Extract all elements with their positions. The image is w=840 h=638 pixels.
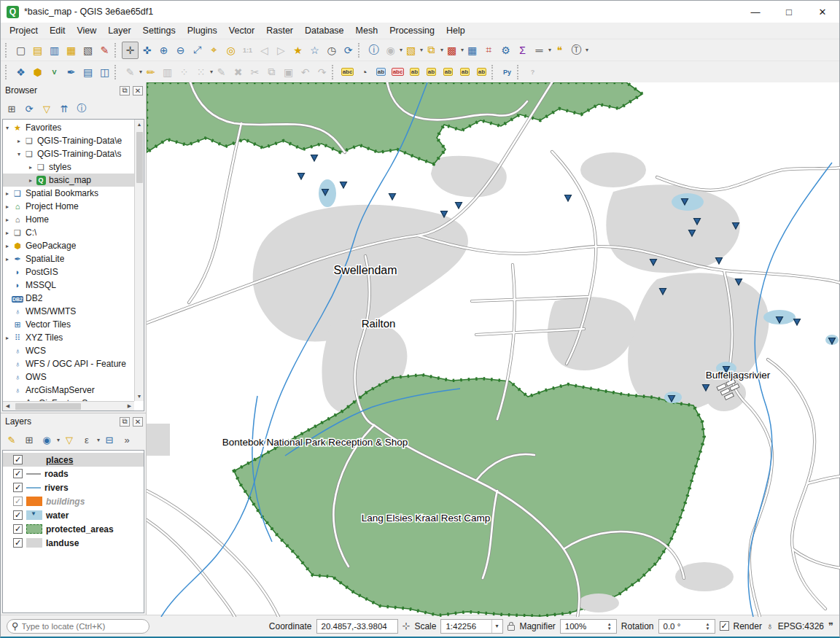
delete-selected-button[interactable]: ✖ — [230, 63, 246, 81]
layers-float-button[interactable]: ⧉ — [120, 417, 130, 427]
temporal-controller-button[interactable]: ◷ — [323, 42, 340, 59]
scroll-up-icon[interactable]: ▲ — [135, 120, 144, 129]
maximize-button[interactable]: □ — [772, 1, 806, 23]
menu-processing[interactable]: Processing — [384, 24, 440, 37]
expander-icon[interactable]: ▸ — [3, 256, 12, 262]
layer-visibility-checkbox[interactable]: ✓ — [13, 455, 23, 464]
dropdown-arrow[interactable]: ▾ — [57, 437, 60, 443]
map-tips-button[interactable]: ❝ — [551, 42, 568, 59]
select-features-button[interactable]: ▧ — [402, 42, 419, 59]
menu-view[interactable]: View — [71, 24, 102, 37]
browser-item-home[interactable]: ▸⌂Home — [3, 213, 134, 226]
new-temporary-scratch-layer-button[interactable]: ▤ — [79, 63, 96, 81]
modify-attributes-button[interactable]: ✎ — [213, 63, 230, 81]
show-spatial-bookmarks-button[interactable]: ☆ — [306, 42, 323, 59]
new-shapefile-layer-button[interactable]: V — [46, 63, 63, 81]
python-console-button[interactable]: Py — [499, 63, 516, 81]
zoom-out-button[interactable]: ⊖ — [172, 42, 189, 59]
zoom-full-button[interactable]: ⤢ — [189, 42, 206, 59]
run-feature-action-button[interactable]: ◉ — [382, 42, 399, 59]
dropdown-arrow[interactable]: ▾ — [586, 47, 588, 53]
layer-row-landuse[interactable]: ✓landuse — [3, 536, 144, 550]
save-layer-edits-button[interactable]: ▥ — [159, 63, 176, 81]
toolbar-grip[interactable] — [358, 43, 362, 58]
browser-item-postgis[interactable]: ◗PostGIS — [3, 265, 134, 279]
zoom-to-selection-button[interactable]: ⌖ — [206, 42, 222, 59]
browser-refresh-button[interactable]: ⟳ — [21, 101, 37, 117]
map-canvas[interactable]: Swellendam Railton Bontebok National Par… — [147, 82, 839, 615]
browser-item-c-drive[interactable]: ▸❏C:\ — [3, 226, 134, 239]
layer-row-places[interactable]: ✓places — [3, 453, 144, 467]
open-layer-styling-button[interactable]: ✎ — [4, 432, 20, 448]
scroll-right-icon[interactable]: ▶ — [125, 402, 134, 411]
expander-icon[interactable]: ▸ — [26, 177, 35, 184]
browser-item-project-home[interactable]: ▸⌂Project Home — [3, 200, 134, 213]
expander-icon[interactable]: ▸ — [3, 243, 12, 249]
refresh-map-button[interactable]: ⟳ — [340, 42, 357, 59]
highlight-pinned-labels-button[interactable]: abc — [389, 63, 406, 81]
browser-item-basic-map[interactable]: ▸Qbasic_map — [3, 174, 134, 187]
menu-plugins[interactable]: Plugins — [182, 24, 223, 37]
new-geopackage-layer-button[interactable]: ⬢ — [29, 63, 46, 81]
menu-database[interactable]: Database — [299, 24, 350, 37]
browser-item-vector-tiles[interactable]: ⊞Vector Tiles — [3, 318, 134, 331]
browser-item-geopackage[interactable]: ▸⬢GeoPackage — [3, 239, 134, 252]
new-virtual-layer-button[interactable]: ◫ — [96, 63, 113, 81]
pan-map-button[interactable]: ✛ — [122, 42, 139, 59]
spinner-arrows[interactable]: ▲▼ — [706, 622, 710, 631]
layer-row-buildings[interactable]: ✓buildings — [3, 494, 144, 508]
menu-settings[interactable]: Settings — [137, 24, 182, 37]
browser-add-selected-layers-button[interactable]: ⊞ — [4, 101, 20, 117]
browser-item-wcs[interactable]: ♁WCS — [3, 344, 134, 357]
layer-visibility-checkbox[interactable]: ✓ — [13, 497, 23, 506]
zoom-next-button[interactable]: ▷ — [273, 42, 289, 59]
field-calculator-button[interactable]: ⌗ — [481, 42, 497, 59]
menu-raster[interactable]: Raster — [260, 24, 299, 37]
crs-globe-icon[interactable]: ♁ — [766, 621, 774, 631]
browser-item-spatial-bookmarks[interactable]: ▸❑Spatial Bookmarks — [3, 187, 134, 200]
locate-box[interactable]: ⚲ — [7, 619, 149, 634]
help-button[interactable]: ? — [524, 63, 541, 81]
layers-toolbar-overflow-button[interactable]: » — [119, 432, 135, 448]
expander-icon[interactable]: ▸ — [3, 230, 12, 236]
layer-visibility-checkbox[interactable]: ✓ — [13, 538, 23, 548]
style-manager-button[interactable]: ✎ — [96, 42, 113, 59]
layer-visibility-checkbox[interactable]: ✓ — [13, 524, 23, 534]
layout-manager-button[interactable]: ▧ — [79, 42, 96, 59]
toolbar-grip[interactable] — [332, 65, 336, 79]
zoom-in-button[interactable]: ⊕ — [155, 42, 172, 59]
select-by-form-button[interactable]: ⧉ — [423, 42, 440, 59]
dropdown-arrow[interactable]: ▾ — [97, 437, 100, 443]
toggle-editing-button[interactable]: ✏ — [142, 63, 159, 81]
layer-row-roads[interactable]: ✓roads — [3, 467, 144, 481]
map-svg[interactable]: Swellendam Railton Bontebok National Par… — [147, 82, 840, 617]
scroll-down-icon[interactable]: ▼ — [135, 392, 144, 401]
scroll-left-icon[interactable]: ◀ — [3, 402, 12, 411]
layer-row-water[interactable]: ✓water — [3, 508, 144, 522]
browser-filter-button[interactable]: ▽ — [39, 101, 55, 117]
minimize-button[interactable]: — — [739, 1, 772, 23]
open-attribute-table-button[interactable]: ▦ — [464, 42, 481, 59]
statistical-summary-button[interactable]: Σ — [514, 42, 531, 59]
toolbar-grip[interactable] — [114, 43, 119, 58]
browser-item-mssql[interactable]: ◗MSSQL — [3, 279, 134, 292]
layer-labeling-button[interactable]: abc — [339, 63, 356, 81]
scrollbar-thumb[interactable] — [136, 132, 143, 183]
new-print-layout-button[interactable]: ▦ — [63, 42, 79, 59]
browser-item-training-data-s[interactable]: ▾❏QGIS-Training-Data\s — [3, 147, 134, 160]
paste-features-button[interactable]: ▣ — [280, 63, 297, 81]
change-label-button[interactable]: ab — [473, 63, 490, 81]
expander-icon[interactable]: ▸ — [3, 190, 12, 197]
messages-icon[interactable]: ❞ — [828, 621, 833, 631]
filter-legend-button[interactable]: ▽ — [61, 432, 77, 448]
browser-item-db2[interactable]: DB2DB2 — [3, 292, 134, 305]
menu-vector[interactable]: Vector — [223, 24, 260, 37]
measure-button[interactable]: ═ — [531, 42, 548, 59]
expander-icon[interactable]: ▸ — [26, 164, 35, 171]
expander-icon[interactable]: ▾ — [3, 125, 12, 131]
browser-close-button[interactable]: ✕ — [133, 86, 143, 96]
magnifier-spinbox[interactable]: 100%▲▼ — [560, 619, 617, 634]
scale-combobox[interactable]: 1:42256▾ — [440, 619, 503, 634]
spinner-arrows[interactable]: ▲▼ — [607, 622, 612, 631]
browser-item-wfs[interactable]: ♁WFS / OGC API - Feature — [3, 357, 134, 370]
